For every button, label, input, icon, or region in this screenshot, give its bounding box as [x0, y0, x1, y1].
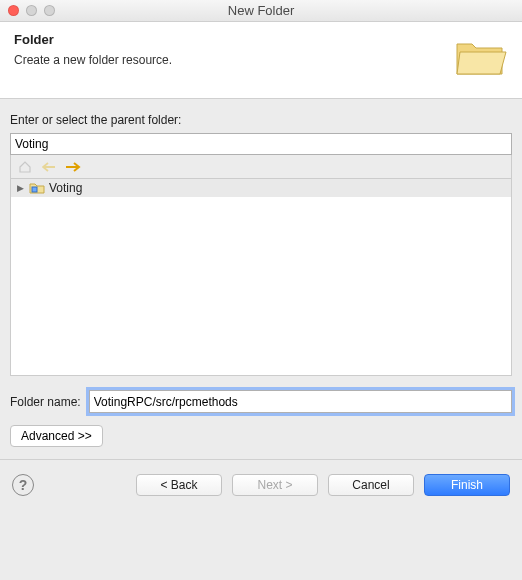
back-button[interactable]: < Back: [136, 474, 222, 496]
window-title: New Folder: [228, 3, 294, 18]
back-arrow-icon[interactable]: [41, 159, 57, 175]
folder-icon: [454, 34, 508, 78]
window-controls: [8, 5, 55, 16]
home-icon[interactable]: [17, 159, 33, 175]
tree-item-label: Voting: [49, 181, 82, 195]
wizard-body: Enter or select the parent folder: ▶ Vot…: [0, 99, 522, 460]
parent-folder-label: Enter or select the parent folder:: [10, 113, 512, 127]
wizard-footer: ? < Back Next > Cancel Finish: [0, 460, 522, 510]
close-window-button[interactable]: [8, 5, 19, 16]
parent-folder-input[interactable]: [10, 133, 512, 155]
titlebar: New Folder: [0, 0, 522, 22]
svg-rect-0: [32, 187, 37, 192]
wizard-header: Folder Create a new folder resource.: [0, 22, 522, 99]
page-subtitle: Create a new folder resource.: [14, 53, 172, 67]
disclosure-triangle-icon[interactable]: ▶: [15, 183, 25, 193]
parent-folder-tree[interactable]: ▶ Voting: [10, 179, 512, 376]
minimize-window-button: [26, 5, 37, 16]
tree-nav-toolbar: [10, 155, 512, 179]
finish-button[interactable]: Finish: [424, 474, 510, 496]
forward-arrow-icon[interactable]: [65, 159, 81, 175]
page-title: Folder: [14, 32, 172, 47]
tree-item-voting[interactable]: ▶ Voting: [11, 179, 511, 197]
cancel-button[interactable]: Cancel: [328, 474, 414, 496]
project-folder-icon: [29, 181, 45, 195]
help-icon[interactable]: ?: [12, 474, 34, 496]
folder-name-input[interactable]: [89, 390, 512, 413]
advanced-button[interactable]: Advanced >>: [10, 425, 103, 447]
zoom-window-button: [44, 5, 55, 16]
next-button: Next >: [232, 474, 318, 496]
folder-name-label: Folder name:: [10, 395, 81, 409]
